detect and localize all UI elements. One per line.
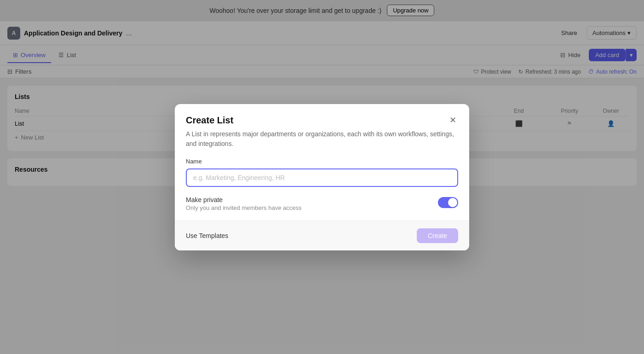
modal-header: Create List ✕ A List in represents major… [175, 104, 469, 149]
modal-close-button[interactable]: ✕ [448, 115, 458, 125]
create-list-modal: Create List ✕ A List in represents major… [175, 104, 469, 250]
name-input[interactable] [186, 168, 458, 187]
use-templates-button[interactable]: Use Templates [186, 232, 228, 239]
modal-title-row: Create List ✕ [186, 115, 458, 126]
modal-footer: Use Templates Create [175, 221, 469, 250]
make-private-desc: Only you and invited members have access [186, 204, 301, 211]
toggle-knob [448, 198, 457, 207]
make-private-toggle[interactable] [438, 197, 458, 208]
make-private-label: Make private [186, 196, 301, 203]
make-private-label-group: Make private Only you and invited member… [186, 196, 301, 211]
modal-title: Create List [186, 115, 233, 126]
name-field-label: Name [186, 158, 458, 165]
modal-overlay[interactable]: Create List ✕ A List in represents major… [0, 0, 644, 281]
modal-description: A List in represents major departments o… [186, 129, 458, 149]
create-button[interactable]: Create [417, 228, 458, 243]
modal-body: Name Make private Only you and invited m… [175, 149, 469, 221]
make-private-row: Make private Only you and invited member… [186, 196, 458, 211]
